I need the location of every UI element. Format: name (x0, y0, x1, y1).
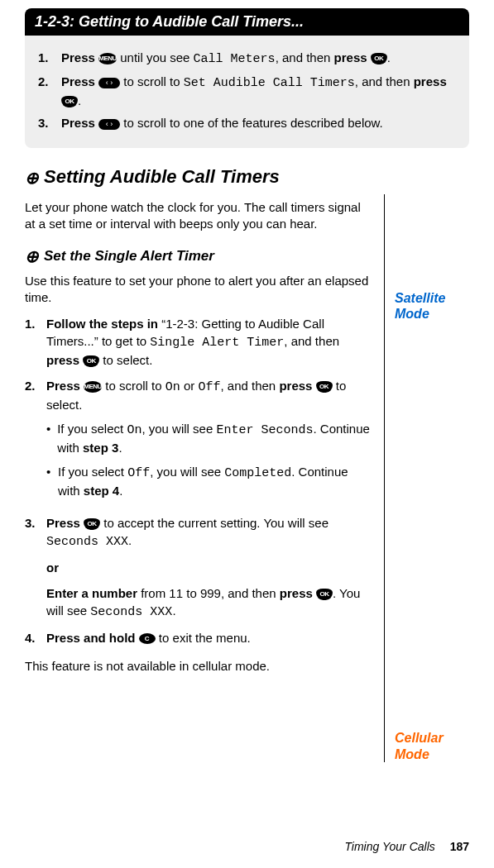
ok-icon: OK (316, 589, 333, 600)
quick-step-3: 3. Press ‹ › to scroll to one of the fea… (38, 114, 456, 131)
quick-step-2: 2. Press ‹ › to scroll to Set Audible Ca… (38, 73, 456, 109)
satellite-mode-label: Satellite Mode (395, 290, 469, 322)
ok-icon: OK (83, 355, 99, 367)
ok-icon: OK (316, 381, 333, 393)
globe-icon: ⊕ (25, 248, 39, 265)
main-step-1: 1. Follow the steps in “1-2-3: Getting t… (25, 315, 371, 369)
header-prefix: 1-2-3: (35, 13, 74, 30)
ok-icon: OK (371, 53, 387, 64)
main-step-3: 3. Press OK to accept the current settin… (25, 514, 371, 621)
bullet-off: • If you select Off, you will see Comple… (46, 463, 371, 499)
cellular-note: This feature is not available in cellula… (25, 658, 371, 675)
main-steps: 1. Follow the steps in “1-2-3: Getting t… (25, 315, 371, 646)
menu-icon: MENU (84, 381, 102, 393)
quick-step-1: 1. Press MENU until you see Call Meters,… (38, 49, 456, 68)
menu-icon: MENU (98, 53, 117, 64)
main-step-2: 2. Press MENU to scroll to On or Off, an… (25, 377, 371, 506)
cellular-mode-label: Cellular Mode (395, 730, 469, 761)
sub-bullets: • If you select On, you will see Enter S… (46, 420, 371, 499)
globe-icon: ⊕ (25, 169, 39, 186)
mode-column: Satellite Mode Cellular Mode (384, 194, 469, 762)
subsection-title: ⊕Set the Single Alert Timer (25, 248, 371, 265)
page-number: 187 (450, 840, 469, 853)
quick-steps-box: 1. Press MENU until you see Call Meters,… (25, 36, 469, 148)
header-rest: Getting to Audible Call Timers... (74, 13, 304, 30)
ok-icon: OK (61, 96, 78, 107)
footer-text: Timing Your Calls (344, 840, 434, 853)
subsection-intro: Use this feature to set your phone to al… (25, 273, 371, 307)
header-bar: 1-2-3: Getting to Audible Call Timers... (25, 8, 469, 36)
page-footer: Timing Your Calls 187 (344, 840, 469, 853)
section-intro: Let your phone watch the clock for you. … (25, 199, 371, 233)
scroll-icon: ‹ › (98, 78, 120, 88)
main-step-4: 4. Press and hold C to exit the menu. (25, 629, 371, 646)
section-title: ⊕Setting Audible Call Timers (25, 166, 469, 188)
bullet-on: • If you select On, you will see Enter S… (46, 420, 371, 456)
scroll-icon: ‹ › (98, 119, 120, 130)
ok-icon: OK (84, 518, 100, 530)
c-icon: C (139, 633, 156, 644)
